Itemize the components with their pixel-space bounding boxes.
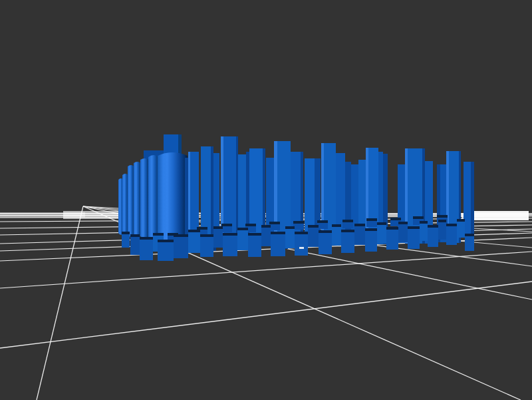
down-marker bbox=[398, 224, 408, 242]
down-marker bbox=[428, 225, 438, 228]
down-marker bbox=[122, 232, 130, 234]
down-marker bbox=[332, 227, 341, 246]
down-marker bbox=[420, 221, 428, 224]
down-marker bbox=[457, 222, 465, 238]
down-marker bbox=[223, 233, 237, 236]
down-marker bbox=[437, 215, 448, 218]
down-marker bbox=[158, 240, 174, 242]
down-marker bbox=[390, 218, 401, 220]
cylinder-markers bbox=[118, 152, 188, 242]
grid-specks bbox=[299, 247, 304, 249]
box-marker bbox=[185, 158, 188, 240]
down-marker bbox=[308, 225, 319, 228]
down-marker bbox=[237, 230, 248, 250]
down-marker bbox=[285, 229, 295, 248]
down-marker bbox=[221, 226, 232, 232]
down-marker bbox=[332, 224, 341, 227]
down-marker bbox=[153, 233, 164, 236]
down-marker bbox=[140, 237, 153, 240]
box-marker bbox=[471, 162, 474, 234]
down-marker bbox=[295, 232, 308, 234]
down-marker bbox=[319, 230, 332, 233]
down-marker bbox=[341, 232, 354, 253]
down-marker bbox=[140, 240, 153, 260]
down-marker bbox=[293, 224, 304, 230]
down-marker bbox=[308, 228, 319, 247]
box-marker bbox=[236, 136, 238, 241]
down-marker bbox=[465, 234, 474, 236]
down-marker bbox=[408, 226, 420, 229]
down-marker bbox=[365, 231, 377, 252]
down-marker bbox=[261, 225, 271, 228]
down-marker bbox=[261, 228, 271, 246]
down-marker bbox=[354, 224, 365, 226]
down-marker bbox=[213, 229, 223, 248]
down-marker bbox=[197, 227, 207, 230]
down-marker bbox=[317, 220, 328, 223]
down-marker bbox=[354, 226, 365, 245]
box-marker bbox=[201, 146, 211, 241]
horizon-glow bbox=[0, 212, 85, 218]
down-marker bbox=[457, 219, 465, 222]
down-marker bbox=[465, 236, 474, 251]
viewport-canvas[interactable] bbox=[0, 0, 532, 400]
down-marker bbox=[438, 220, 446, 222]
down-marker bbox=[188, 230, 200, 232]
cylinder-marker bbox=[158, 152, 188, 242]
cylinder-marker bbox=[140, 158, 149, 238]
down-marker bbox=[158, 242, 174, 261]
down-marker bbox=[366, 221, 377, 227]
down-marker bbox=[122, 234, 130, 248]
horizon-glow bbox=[472, 211, 529, 220]
grid-speck bbox=[299, 247, 304, 249]
down-marker bbox=[413, 216, 424, 219]
down-marker bbox=[377, 225, 386, 244]
down-marker bbox=[386, 227, 398, 230]
box-marker bbox=[188, 152, 190, 240]
down-marker bbox=[130, 234, 140, 237]
box-marker bbox=[211, 146, 213, 240]
down-marker bbox=[386, 230, 398, 250]
cylinder-marker bbox=[148, 155, 159, 239]
down-marker bbox=[420, 224, 428, 241]
down-marker bbox=[366, 218, 377, 221]
down-marker bbox=[221, 224, 232, 226]
down-marker bbox=[237, 228, 248, 230]
down-marker bbox=[398, 222, 408, 224]
down-marker bbox=[223, 236, 237, 256]
down-marker bbox=[377, 222, 386, 225]
cylinder-marker bbox=[134, 162, 141, 238]
down-marker bbox=[295, 234, 308, 256]
down-marker bbox=[269, 222, 280, 224]
down-marker bbox=[269, 224, 280, 230]
cylinder-marker bbox=[122, 174, 128, 236]
down-marker bbox=[271, 232, 285, 234]
down-marker bbox=[446, 226, 457, 245]
3d-viewport[interactable] bbox=[0, 0, 532, 400]
cylinder-marker bbox=[128, 165, 134, 237]
down-marker bbox=[213, 226, 223, 229]
down-marker bbox=[200, 237, 213, 257]
down-marker bbox=[428, 228, 438, 247]
down-marker bbox=[293, 221, 304, 224]
down-marker bbox=[174, 234, 188, 237]
down-marker bbox=[174, 237, 188, 258]
down-marker bbox=[408, 229, 420, 249]
down-marker bbox=[341, 230, 354, 232]
down-marker bbox=[365, 228, 377, 231]
down-marker bbox=[188, 232, 200, 253]
down-marker bbox=[200, 234, 213, 237]
down-marker bbox=[285, 226, 295, 229]
down-marker bbox=[342, 220, 353, 222]
down-marker bbox=[319, 233, 332, 254]
down-marker bbox=[245, 224, 256, 226]
down-marker bbox=[248, 236, 261, 257]
down-marker bbox=[271, 234, 285, 256]
down-marker bbox=[342, 222, 353, 228]
down-marker bbox=[130, 237, 140, 255]
down-marker bbox=[446, 224, 457, 226]
down-marker bbox=[248, 233, 261, 236]
down-marker bbox=[317, 223, 328, 229]
down-marker bbox=[438, 222, 446, 240]
